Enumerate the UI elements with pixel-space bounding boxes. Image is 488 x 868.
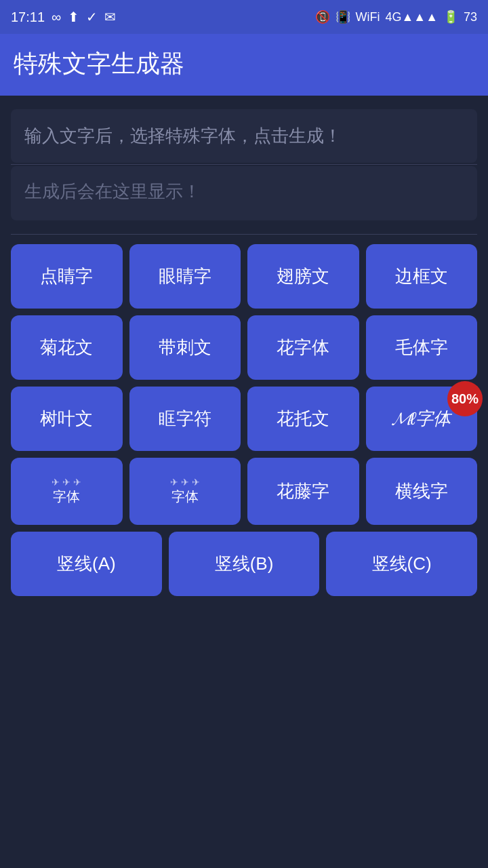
app-title: 特殊文字生成器 <box>14 47 474 81</box>
btn-maoti[interactable]: 毛体字 <box>366 315 478 380</box>
btn-shuye[interactable]: 树叶文 <box>11 387 123 451</box>
btn-juhua[interactable]: 菊花文 <box>11 315 123 380</box>
badge: 80% <box>447 381 483 416</box>
btn-yanjing[interactable]: 眼睛字 <box>129 244 241 309</box>
vibrate-icon: 📳 <box>336 9 350 24</box>
input-area[interactable]: 输入文字后，选择特殊字体，点击生成！ <box>11 109 477 163</box>
title-bar: 特殊文字生成器 <box>0 34 488 96</box>
output-placeholder: 生成后会在这里显示！ <box>24 180 464 203</box>
btn-biankuang[interactable]: 边框文 <box>366 244 478 309</box>
status-left: 17:11 ∞ ⬆ ✓ ✉ <box>11 9 116 25</box>
button-row-2: 菊花文 带刺文 花字体 毛体字 <box>11 315 477 380</box>
button-row-5: 竖线(A) 竖线(B) 竖线(C) <box>11 532 477 596</box>
divider-1 <box>11 164 477 165</box>
time-display: 17:11 <box>11 9 45 25</box>
infinity-icon: ∞ <box>52 9 61 25</box>
button-row-3: 树叶文 眶字符 花托文 80% 𝓜ℓ字体 <box>11 387 477 451</box>
mail-icon: ✉ <box>104 9 116 25</box>
btn-huateng[interactable]: 花藤字 <box>247 458 359 525</box>
btn-shuxianC[interactable]: 竖线(C) <box>326 532 477 596</box>
status-right: 📵 📳 WiFi 4G▲▲▲ 🔋 73 <box>315 9 477 24</box>
signal-icon: 4G▲▲▲ <box>386 10 438 24</box>
btn-shuxianA[interactable]: 竖线(A) <box>11 532 162 596</box>
check-icon: ✓ <box>86 9 98 25</box>
phone-icon: 📵 <box>315 9 330 24</box>
wifi-icon: WiFi <box>356 10 380 24</box>
output-area: 生成后会在这里显示！ <box>11 166 477 220</box>
btn-ml[interactable]: 80% 𝓜ℓ字体 <box>366 387 478 451</box>
input-placeholder[interactable]: 输入文字后，选择特殊字体，点击生成！ <box>24 123 464 149</box>
btn-plane2[interactable]: ✈ ✈ ✈ 字体 <box>129 458 241 525</box>
battery-icon: 🔋 <box>443 9 458 24</box>
status-bar: 17:11 ∞ ⬆ ✓ ✉ 📵 📳 WiFi 4G▲▲▲ 🔋 73 <box>0 0 488 34</box>
btn-chibang[interactable]: 翅膀文 <box>247 244 359 309</box>
button-row-4: ✈ ✈ ✈ 字体 ✈ ✈ ✈ 字体 花藤字 横线字 <box>11 458 477 525</box>
btn-shuxianB[interactable]: 竖线(B) <box>169 532 320 596</box>
btn-plane1[interactable]: ✈ ✈ ✈ 字体 <box>11 458 123 525</box>
btn-dianji[interactable]: 点睛字 <box>11 244 123 309</box>
btn-huazi[interactable]: 花字体 <box>247 315 359 380</box>
btn-huatuo[interactable]: 花托文 <box>247 387 359 451</box>
btn-kuang[interactable]: 眶字符 <box>129 387 241 451</box>
battery-level: 73 <box>464 10 477 24</box>
button-row-1: 点睛字 眼睛字 翅膀文 边框文 <box>11 244 477 309</box>
upload-icon: ⬆ <box>68 9 79 25</box>
btn-hengxian[interactable]: 横线字 <box>366 458 478 525</box>
btn-daici[interactable]: 带刺文 <box>129 315 241 380</box>
main-content: 输入文字后，选择特殊字体，点击生成！ 生成后会在这里显示！ 点睛字 眼睛字 翅膀… <box>0 96 488 868</box>
